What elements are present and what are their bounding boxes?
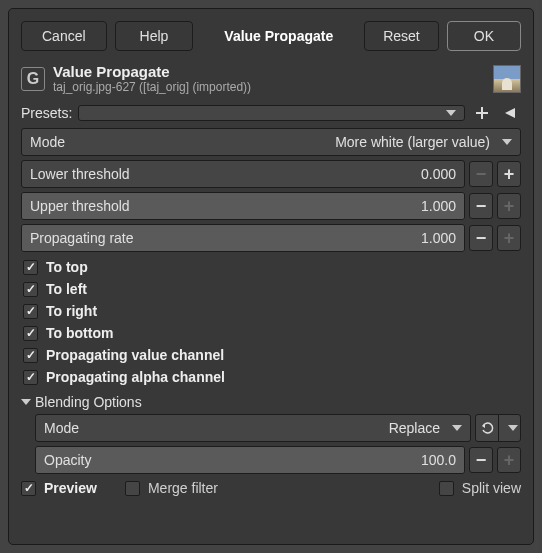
propagating-rate-label: Propagating rate [30,230,134,246]
blend-mode-dropdown[interactable]: Mode Replace [35,414,471,442]
filter-subtitle: taj_orig.jpg-627 ([taj_orig] (imported)) [53,80,485,94]
upper-threshold-label: Upper threshold [30,198,130,214]
to-top-label: To top [46,259,88,275]
propagating-value-channel-label: Propagating value channel [46,347,224,363]
image-thumbnail[interactable] [493,65,521,93]
blend-menu-button[interactable] [498,415,520,441]
lower-threshold-increment[interactable]: + [497,161,521,187]
upper-threshold-field[interactable]: Upper threshold 1.000 [21,192,465,220]
help-button[interactable]: Help [115,21,194,51]
opacity-field[interactable]: Opacity 100.0 [35,446,465,474]
presets-dropdown[interactable] [78,105,465,121]
mode-dropdown[interactable]: Mode More white (larger value) [21,128,521,156]
blending-options-label: Blending Options [35,394,142,410]
reset-button[interactable]: Reset [364,21,439,51]
collapse-icon [21,399,31,405]
opacity-value: 100.0 [421,452,456,468]
opacity-label: Opacity [44,452,91,468]
to-bottom-label: To bottom [46,325,113,341]
to-bottom-checkbox[interactable] [23,326,38,341]
mode-label: Mode [30,134,335,150]
opacity-decrement[interactable]: − [469,447,493,473]
mode-value: More white (larger value) [335,134,490,150]
upper-threshold-decrement[interactable]: − [469,193,493,219]
lower-threshold-value: 0.000 [421,166,456,182]
split-view-label: Split view [462,480,521,496]
lower-threshold-decrement: − [469,161,493,187]
dialog-title: Value Propagate [201,22,356,50]
chevron-down-icon [452,425,462,431]
blend-mode-value: Replace [389,420,440,436]
chevron-down-icon [508,425,518,431]
propagating-alpha-channel-checkbox[interactable] [23,370,38,385]
ok-button[interactable]: OK [447,21,521,51]
propagating-alpha-channel-label: Propagating alpha channel [46,369,225,385]
blend-mode-label: Mode [44,420,79,436]
blend-swap-button[interactable] [476,415,498,441]
opacity-increment: + [497,447,521,473]
upper-threshold-increment: + [497,193,521,219]
propagating-rate-value: 1.000 [421,230,456,246]
split-view-checkbox[interactable] [439,481,454,496]
cancel-button[interactable]: Cancel [21,21,107,51]
propagating-value-channel-checkbox[interactable] [23,348,38,363]
propagating-rate-decrement[interactable]: − [469,225,493,251]
to-right-checkbox[interactable] [23,304,38,319]
filter-title: Value Propagate [53,63,485,80]
to-left-label: To left [46,281,87,297]
merge-filter-label: Merge filter [148,480,218,496]
blending-options-toggle[interactable]: Blending Options [21,390,521,414]
chevron-down-icon [446,110,456,116]
preview-label: Preview [44,480,97,496]
lower-threshold-field[interactable]: Lower threshold 0.000 [21,160,465,188]
add-preset-button[interactable] [471,102,493,124]
to-right-label: To right [46,303,97,319]
propagating-rate-increment: + [497,225,521,251]
upper-threshold-value: 1.000 [421,198,456,214]
to-left-checkbox[interactable] [23,282,38,297]
preview-checkbox[interactable] [21,481,36,496]
to-top-checkbox[interactable] [23,260,38,275]
preset-menu-button[interactable] [499,102,521,124]
propagating-rate-field[interactable]: Propagating rate 1.000 [21,224,465,252]
lower-threshold-label: Lower threshold [30,166,130,182]
chevron-down-icon [502,139,512,145]
merge-filter-checkbox[interactable] [125,481,140,496]
gimp-icon: G [21,67,45,91]
presets-label: Presets: [21,105,72,121]
